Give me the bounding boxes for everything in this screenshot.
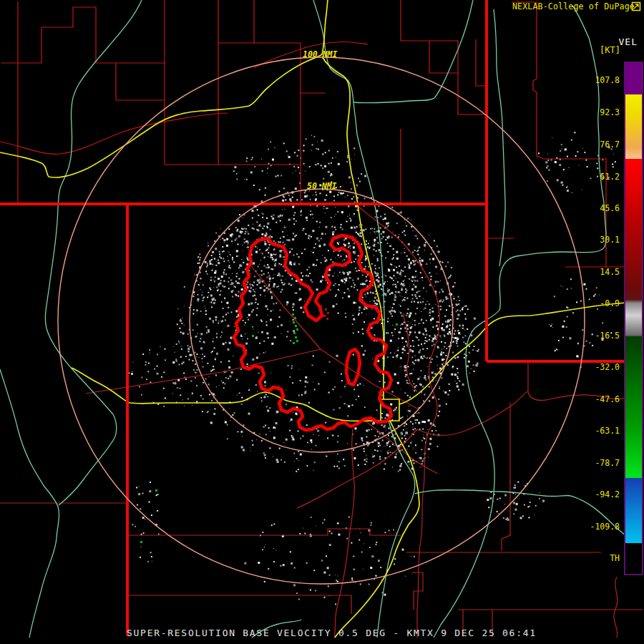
county-borders	[0, 0, 628, 267]
colorbar-label: 92.3	[577, 107, 620, 117]
radar-display: NEXLAB-College of DuPage VEL [KT] 100 NM…	[0, 0, 644, 644]
velocity-color-gradient	[625, 63, 642, 574]
highways	[0, 0, 643, 638]
range-ring-50nmi-label: 50 NMI	[307, 181, 337, 191]
colorbar-label: 107.8	[577, 75, 620, 85]
colorbar-label: -63.1	[577, 426, 620, 436]
brand-text: NEXLAB-College of DuPage	[512, 1, 635, 11]
colorbar-label: 61.2	[577, 172, 620, 182]
colorbar-label: TH	[577, 553, 620, 563]
colorbar-label: -0.9	[577, 298, 620, 308]
rivers	[0, 0, 643, 638]
radar-map-canvas[interactable]	[0, 0, 644, 644]
product-title-bar: SUPER-RESOLUTION BASE VELOCITY 0.5 DEG -…	[127, 628, 537, 638]
colorbar-label: 76.7	[577, 140, 620, 150]
county-borders-south	[0, 204, 643, 638]
range-ring-100nmi-label: 100 NMI	[303, 49, 337, 59]
colorbar-label: -47.6	[577, 394, 620, 404]
colorbar-label: 45.6	[577, 203, 620, 213]
colorbar-label: -109.8	[577, 522, 620, 532]
product-unit-label: VEL	[619, 36, 638, 47]
colorbar-label: -32.0	[577, 362, 620, 372]
colorbar-label: -78.7	[577, 458, 620, 468]
colorbar-label: -16.5	[577, 331, 620, 341]
colorbar-label: 14.5	[577, 267, 620, 277]
colorbar-label: -94.2	[577, 489, 620, 499]
velocity-color-scale	[624, 62, 643, 575]
brand-logo-icon	[631, 1, 641, 11]
colorbar-label: 30.1	[577, 235, 620, 245]
product-unit-bracket: [KT]	[600, 45, 620, 55]
